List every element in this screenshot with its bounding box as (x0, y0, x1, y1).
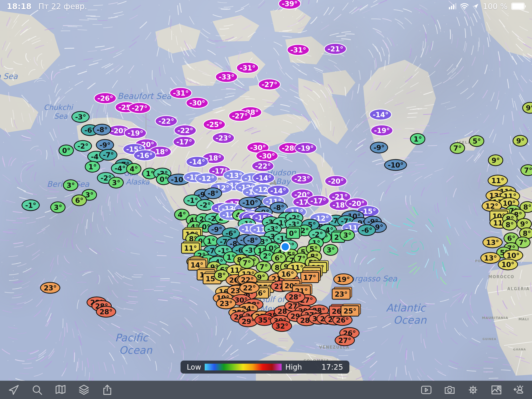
temp-bubble: -31° (287, 44, 310, 56)
temp-bubble: -27° (228, 110, 251, 122)
temp-bubble: -8° (204, 188, 222, 199)
temp-bubble: -33° (215, 71, 238, 83)
locate-me-button[interactable] (7, 383, 20, 396)
legend-high-label: High (285, 363, 302, 371)
temp-bubble: -3° (71, 111, 90, 123)
forecast-time: 17:25 (321, 363, 343, 371)
temp-bubble: 17° (300, 272, 319, 283)
temp-bubble: -20° (324, 175, 347, 187)
temp-bubble: 0° (58, 145, 74, 156)
temp-bubble: 7° (520, 164, 532, 176)
temperature-legend: Low High 17:25 (181, 361, 349, 374)
camera-button[interactable] (443, 383, 456, 396)
temp-bubble: 1° (410, 133, 425, 145)
temp-bubble: 3° (108, 177, 124, 189)
temp-bubble: -2° (74, 140, 92, 152)
temp-bubble: -16° (133, 150, 156, 161)
weather-compare-button[interactable] (513, 383, 526, 396)
temp-bubble: 6° (71, 195, 87, 206)
legend-low-label: Low (187, 363, 201, 371)
temp-bubble: -7° (99, 149, 117, 161)
temp-bubble: -14° (369, 109, 392, 121)
temp-bubble: 9° (513, 135, 528, 147)
temp-bubble: 10° (498, 259, 518, 270)
temp-bubble: 3° (50, 202, 65, 213)
temp-bubble: 1° (85, 161, 100, 173)
temp-bubble: 13° (482, 237, 503, 248)
temp-bubble: 3° (323, 244, 338, 256)
wifi-icon (460, 3, 469, 10)
search-button[interactable] (31, 383, 44, 396)
map-canvas[interactable]: n SeaChukchiSeaBeaufort SeaBering SeaGul… (0, 0, 532, 399)
temp-bubble: -6° (358, 224, 376, 236)
temp-bubble: 8° (502, 219, 517, 231)
play-animation-button[interactable] (420, 383, 433, 396)
temp-bubble: -26° (94, 92, 117, 104)
temp-bubble: -30° (186, 97, 209, 109)
temp-bubble: -17° (173, 136, 196, 148)
temp-bubble: -9° (370, 142, 388, 154)
share-button[interactable] (101, 383, 114, 396)
temp-bubble: -10° (384, 159, 407, 171)
temp-bubble: 16° (277, 268, 298, 280)
temp-bubble: 25° (341, 305, 359, 317)
temp-bubble: -22° (155, 115, 178, 127)
temp-bubble: 19° (333, 274, 354, 285)
temp-bubble: -22° (251, 160, 274, 172)
temp-bubble: 7° (256, 261, 271, 273)
temp-bubble: 32° (272, 320, 292, 332)
temp-bubble: 22° (239, 282, 260, 294)
temp-bubble: 5° (469, 135, 484, 147)
temp-bubble: -31° (169, 87, 192, 99)
map-style-button[interactable] (54, 383, 67, 396)
temperature-gradient (205, 364, 282, 370)
temp-bubble: -19° (370, 125, 393, 136)
temp-bubble: 12° (482, 200, 502, 212)
temp-bubble: -17° (307, 195, 330, 207)
weather-app-screen: n SeaChukchiSeaBeaufort SeaBering SeaGul… (0, 0, 532, 399)
temp-bubble: -23° (212, 132, 235, 144)
temp-bubble: 3° (340, 229, 355, 241)
temp-bubble: 28° (96, 306, 116, 318)
temp-bubble: 27° (335, 335, 355, 346)
radar-image-button[interactable] (490, 383, 503, 396)
temp-bubble: 28° (285, 291, 305, 303)
temp-bubble: -14° (252, 172, 275, 184)
temp-bubble: -23° (291, 173, 314, 185)
temp-bubble: 7° (239, 257, 254, 269)
temperature-bubbles-layer: -39°-31°-21°-31°-33°-27°-28°-31°-30°-26°… (0, 0, 532, 399)
temp-bubble: -31° (236, 62, 259, 74)
temp-bubble: 11° (488, 175, 508, 187)
temp-bubble: 0° (286, 228, 300, 239)
temp-bubble: 23° (40, 282, 60, 294)
temp-bubble: 9° (488, 155, 503, 166)
battery-icon (511, 3, 526, 10)
temp-bubble: -27° (258, 79, 281, 90)
status-date: Пт 22 февр. (38, 2, 87, 11)
temp-bubble: -21° (324, 43, 347, 55)
temp-bubble: -1° (22, 200, 40, 211)
location-services-icon (473, 3, 479, 10)
temp-bubble: -22° (174, 125, 197, 136)
temp-bubble: -8° (93, 124, 111, 136)
temp-bubble: -14° (267, 185, 290, 197)
battery-percent: 100 % (483, 2, 508, 11)
temp-bubble: -27° (128, 102, 151, 114)
current-location-dot (280, 242, 290, 252)
cellular-signal-icon (449, 3, 456, 9)
settings-gear-button[interactable] (467, 383, 480, 396)
temp-bubble: 4° (126, 163, 141, 175)
temp-bubble: -14° (186, 156, 209, 168)
temp-bubble: -25° (203, 119, 226, 130)
temp-bubble: -12° (195, 173, 218, 184)
temp-bubble: -30° (256, 150, 278, 162)
temp-bubble: 13° (480, 252, 501, 264)
status-bar: 18:18 Пт 22 февр. 100 % (0, 0, 532, 12)
temp-bubble: 23° (332, 289, 350, 300)
layers-button[interactable] (77, 383, 90, 396)
temp-bubble: 3° (63, 179, 78, 191)
temp-bubble: -19° (124, 127, 147, 139)
status-time: 18:18 (7, 2, 32, 11)
temp-bubble: 7° (450, 142, 465, 154)
temp-bubble: -19° (294, 142, 317, 154)
